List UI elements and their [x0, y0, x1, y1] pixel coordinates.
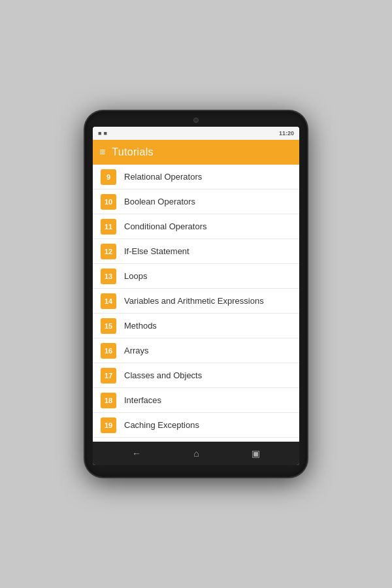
item-badge: 9 [101, 169, 116, 185]
back-button[interactable]: ← [132, 448, 141, 459]
home-button[interactable]: ⌂ [193, 448, 199, 459]
item-badge: 13 [101, 269, 116, 284]
list-item[interactable]: 15Methods [93, 314, 299, 338]
list-item[interactable]: 17Classes and Objects [93, 363, 299, 388]
app-bar: ≡ Tutorials [93, 140, 299, 165]
item-badge: 17 [101, 368, 116, 384]
list-item[interactable]: 18Interfaces [93, 388, 299, 413]
item-badge: 18 [101, 393, 116, 408]
item-label: Loops [124, 271, 147, 281]
camera [193, 118, 199, 123]
item-label: Interfaces [124, 395, 161, 405]
list-item[interactable]: 16Arrays [93, 338, 299, 363]
item-label: Caching Exceptions [124, 420, 199, 430]
device: ■ ■ 11:20 ≡ Tutorials 9Relational Operat… [85, 111, 307, 477]
item-badge: 11 [101, 219, 116, 235]
item-label: Boolean Operators [124, 197, 195, 206]
hamburger-icon[interactable]: ≡ [99, 147, 105, 157]
item-label: Methods [124, 321, 157, 331]
wifi-icon: ■ [103, 130, 106, 137]
recents-button[interactable]: ▣ [252, 448, 260, 459]
item-label: If-Else Statement [124, 246, 189, 256]
nav-bar: ← ⌂ ▣ [93, 442, 299, 465]
item-badge: 15 [101, 318, 116, 334]
list-item[interactable]: 9Relational Operators [93, 165, 299, 189]
tutorials-list: 9Relational Operators10Boolean Operators… [93, 165, 299, 442]
list-item[interactable]: 19Caching Exceptions [93, 413, 299, 438]
item-badge: 12 [101, 244, 116, 259]
item-badge: 10 [101, 194, 116, 210]
list-item[interactable]: 14Variables and Arithmetic Expressions [93, 289, 299, 314]
app-title: Tutorials [112, 146, 153, 158]
item-label: Variables and Arithmetic Expressions [124, 296, 264, 306]
list-item[interactable]: 10Boolean Operators [93, 189, 299, 214]
item-badge: 19 [101, 417, 116, 433]
screen: ■ ■ 11:20 ≡ Tutorials 9Relational Operat… [93, 127, 299, 465]
status-time: 11:20 [279, 130, 294, 137]
sim-icon: ■ [98, 130, 101, 137]
status-left-icons: ■ ■ [98, 130, 107, 137]
list-item[interactable]: 11Conditional Operators [93, 214, 299, 239]
list-item[interactable]: 12If-Else Statement [93, 239, 299, 264]
item-label: Classes and Objects [124, 370, 202, 380]
item-label: Conditional Operators [124, 221, 206, 231]
item-badge: 14 [101, 293, 116, 309]
item-label: Arrays [124, 346, 149, 355]
item-label: Relational Operators [124, 172, 202, 182]
status-bar: ■ ■ 11:20 [93, 127, 299, 140]
item-badge: 16 [101, 343, 116, 359]
list-item[interactable]: 13Loops [93, 264, 299, 289]
